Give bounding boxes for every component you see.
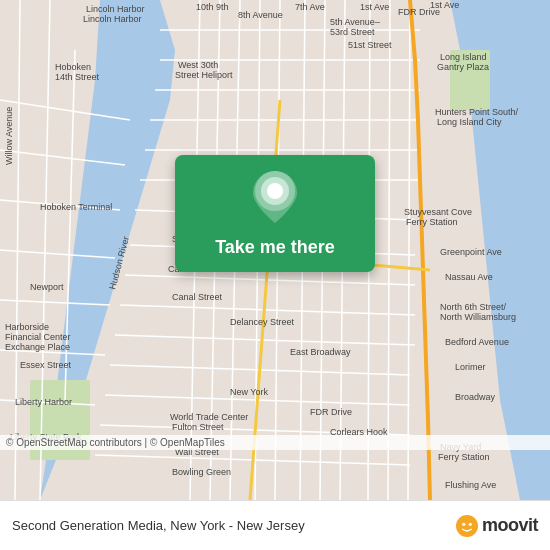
moovit-icon	[456, 515, 478, 537]
attribution-text: © OpenStreetMap contributors | © OpenMap…	[6, 437, 225, 448]
svg-text:Harborside: Harborside	[5, 322, 49, 332]
svg-text:Canal Street: Canal Street	[172, 292, 223, 302]
info-bar: Second Generation Media, New York - New …	[0, 500, 550, 550]
svg-text:Liberty Harbor: Liberty Harbor	[15, 397, 72, 407]
svg-text:Delancey Street: Delancey Street	[230, 317, 295, 327]
cta-card[interactable]: Take me there	[175, 155, 375, 272]
svg-text:Financial Center: Financial Center	[5, 332, 71, 342]
moovit-text: moovit	[482, 515, 538, 536]
cta-label: Take me there	[215, 237, 335, 258]
svg-text:FDR Drive: FDR Drive	[310, 407, 352, 417]
svg-text:World Trade Center: World Trade Center	[170, 412, 248, 422]
svg-text:Ferry Station: Ferry Station	[406, 217, 458, 227]
map-container: Lincoln Harbor Lincoln Harbor Hoboken 14…	[0, 0, 550, 500]
svg-point-104	[469, 522, 472, 525]
svg-text:Stuyvesant Cove: Stuyvesant Cove	[404, 207, 472, 217]
svg-text:Hunters Point South/: Hunters Point South/	[435, 107, 519, 117]
svg-text:Long Island City: Long Island City	[437, 117, 502, 127]
location-pin-icon	[253, 171, 297, 227]
svg-text:FDR Drive: FDR Drive	[398, 7, 440, 17]
svg-text:Ferry Station: Ferry Station	[438, 452, 490, 462]
svg-text:North 6th Street/: North 6th Street/	[440, 302, 507, 312]
svg-text:Hoboken Terminal: Hoboken Terminal	[40, 202, 112, 212]
moovit-logo: moovit	[456, 515, 538, 537]
svg-point-102	[456, 515, 478, 537]
svg-text:Exchange Place: Exchange Place	[5, 342, 70, 352]
svg-text:Lincoln Harbor: Lincoln Harbor	[86, 4, 145, 14]
svg-text:5th Avenue–: 5th Avenue–	[330, 17, 380, 27]
svg-text:Lincoln Harbor: Lincoln Harbor	[83, 14, 142, 24]
svg-text:Bowling Green: Bowling Green	[172, 467, 231, 477]
svg-text:8th Avenue: 8th Avenue	[238, 10, 283, 20]
svg-text:Greenpoint Ave: Greenpoint Ave	[440, 247, 502, 257]
svg-text:Bedford Avenue: Bedford Avenue	[445, 337, 509, 347]
svg-text:10th: 10th	[196, 2, 214, 12]
svg-text:Essex Street: Essex Street	[20, 360, 72, 370]
svg-text:Gantry Plaza: Gantry Plaza	[437, 62, 489, 72]
svg-text:53rd Street: 53rd Street	[330, 27, 375, 37]
svg-text:Nassau Ave: Nassau Ave	[445, 272, 493, 282]
svg-text:51st Street: 51st Street	[348, 40, 392, 50]
svg-text:Flushing Ave: Flushing Ave	[445, 480, 496, 490]
svg-point-103	[462, 522, 465, 525]
svg-text:Hoboken: Hoboken	[55, 62, 91, 72]
svg-text:Street Heliport: Street Heliport	[175, 70, 233, 80]
svg-text:Broadway: Broadway	[455, 392, 496, 402]
svg-text:14th Street: 14th Street	[55, 72, 100, 82]
svg-text:Long Island: Long Island	[440, 52, 487, 62]
svg-text:West 30th: West 30th	[178, 60, 218, 70]
svg-text:9th: 9th	[216, 2, 229, 12]
info-text: Second Generation Media, New York - New …	[12, 518, 305, 533]
svg-text:Lorimer: Lorimer	[455, 362, 486, 372]
svg-text:North Williamsburg: North Williamsburg	[440, 312, 516, 322]
svg-text:1st Ave: 1st Ave	[360, 2, 389, 12]
svg-text:New York: New York	[230, 387, 269, 397]
svg-text:Fulton Street: Fulton Street	[172, 422, 224, 432]
svg-text:East Broadway: East Broadway	[290, 347, 351, 357]
attribution-bar: © OpenStreetMap contributors | © OpenMap…	[0, 435, 550, 450]
svg-text:Newport: Newport	[30, 282, 64, 292]
svg-text:Willow Avenue: Willow Avenue	[4, 107, 14, 165]
svg-text:7th Ave: 7th Ave	[295, 2, 325, 12]
